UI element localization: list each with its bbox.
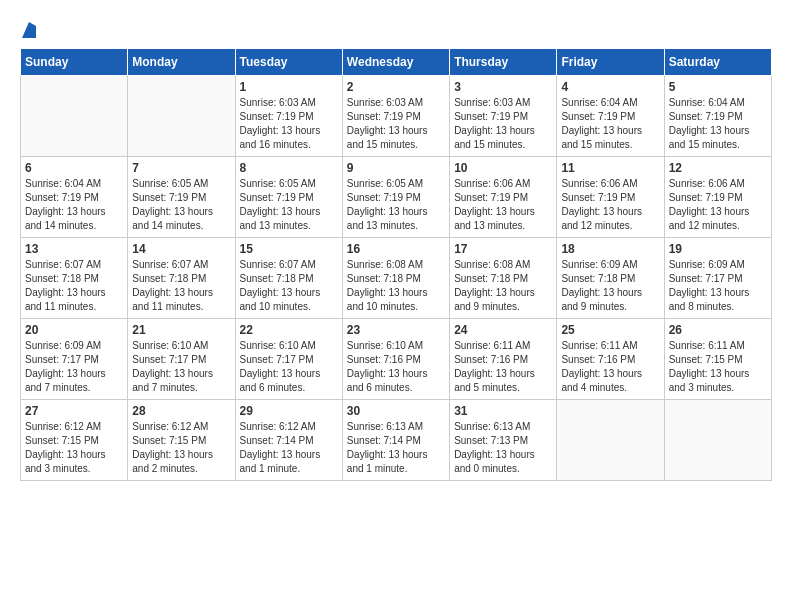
calendar-cell: 16Sunrise: 6:08 AM Sunset: 7:18 PM Dayli…: [342, 238, 449, 319]
day-number: 14: [132, 242, 230, 256]
calendar-cell: 15Sunrise: 6:07 AM Sunset: 7:18 PM Dayli…: [235, 238, 342, 319]
day-number: 27: [25, 404, 123, 418]
day-info: Sunrise: 6:07 AM Sunset: 7:18 PM Dayligh…: [25, 258, 123, 314]
day-info: Sunrise: 6:03 AM Sunset: 7:19 PM Dayligh…: [454, 96, 552, 152]
calendar-cell: 6Sunrise: 6:04 AM Sunset: 7:19 PM Daylig…: [21, 157, 128, 238]
calendar-cell: 26Sunrise: 6:11 AM Sunset: 7:15 PM Dayli…: [664, 319, 771, 400]
day-info: Sunrise: 6:10 AM Sunset: 7:16 PM Dayligh…: [347, 339, 445, 395]
day-info: Sunrise: 6:06 AM Sunset: 7:19 PM Dayligh…: [669, 177, 767, 233]
day-number: 21: [132, 323, 230, 337]
day-number: 22: [240, 323, 338, 337]
weekday-header-monday: Monday: [128, 49, 235, 76]
day-number: 16: [347, 242, 445, 256]
logo-arrow-icon: [22, 22, 36, 42]
day-info: Sunrise: 6:08 AM Sunset: 7:18 PM Dayligh…: [347, 258, 445, 314]
day-number: 1: [240, 80, 338, 94]
calendar-cell: 7Sunrise: 6:05 AM Sunset: 7:19 PM Daylig…: [128, 157, 235, 238]
weekday-header-sunday: Sunday: [21, 49, 128, 76]
day-number: 19: [669, 242, 767, 256]
calendar-cell: [664, 400, 771, 481]
calendar-cell: 14Sunrise: 6:07 AM Sunset: 7:18 PM Dayli…: [128, 238, 235, 319]
day-info: Sunrise: 6:05 AM Sunset: 7:19 PM Dayligh…: [132, 177, 230, 233]
weekday-header-thursday: Thursday: [450, 49, 557, 76]
day-info: Sunrise: 6:11 AM Sunset: 7:15 PM Dayligh…: [669, 339, 767, 395]
day-info: Sunrise: 6:05 AM Sunset: 7:19 PM Dayligh…: [240, 177, 338, 233]
day-info: Sunrise: 6:12 AM Sunset: 7:15 PM Dayligh…: [25, 420, 123, 476]
svg-marker-0: [22, 22, 36, 38]
calendar-cell: 19Sunrise: 6:09 AM Sunset: 7:17 PM Dayli…: [664, 238, 771, 319]
calendar-cell: 23Sunrise: 6:10 AM Sunset: 7:16 PM Dayli…: [342, 319, 449, 400]
day-number: 24: [454, 323, 552, 337]
calendar-cell: 4Sunrise: 6:04 AM Sunset: 7:19 PM Daylig…: [557, 76, 664, 157]
calendar-cell: 27Sunrise: 6:12 AM Sunset: 7:15 PM Dayli…: [21, 400, 128, 481]
calendar-cell: 1Sunrise: 6:03 AM Sunset: 7:19 PM Daylig…: [235, 76, 342, 157]
day-info: Sunrise: 6:07 AM Sunset: 7:18 PM Dayligh…: [240, 258, 338, 314]
day-number: 31: [454, 404, 552, 418]
calendar-cell: [21, 76, 128, 157]
day-info: Sunrise: 6:03 AM Sunset: 7:19 PM Dayligh…: [347, 96, 445, 152]
day-number: 3: [454, 80, 552, 94]
day-info: Sunrise: 6:09 AM Sunset: 7:18 PM Dayligh…: [561, 258, 659, 314]
calendar-cell: 13Sunrise: 6:07 AM Sunset: 7:18 PM Dayli…: [21, 238, 128, 319]
calendar-cell: [128, 76, 235, 157]
day-info: Sunrise: 6:06 AM Sunset: 7:19 PM Dayligh…: [454, 177, 552, 233]
day-number: 30: [347, 404, 445, 418]
day-info: Sunrise: 6:04 AM Sunset: 7:19 PM Dayligh…: [669, 96, 767, 152]
day-info: Sunrise: 6:06 AM Sunset: 7:19 PM Dayligh…: [561, 177, 659, 233]
day-info: Sunrise: 6:04 AM Sunset: 7:19 PM Dayligh…: [561, 96, 659, 152]
calendar-cell: 30Sunrise: 6:13 AM Sunset: 7:14 PM Dayli…: [342, 400, 449, 481]
calendar-cell: 25Sunrise: 6:11 AM Sunset: 7:16 PM Dayli…: [557, 319, 664, 400]
day-number: 10: [454, 161, 552, 175]
calendar-cell: 2Sunrise: 6:03 AM Sunset: 7:19 PM Daylig…: [342, 76, 449, 157]
calendar-cell: 11Sunrise: 6:06 AM Sunset: 7:19 PM Dayli…: [557, 157, 664, 238]
day-number: 9: [347, 161, 445, 175]
day-number: 8: [240, 161, 338, 175]
day-info: Sunrise: 6:05 AM Sunset: 7:19 PM Dayligh…: [347, 177, 445, 233]
calendar-cell: 17Sunrise: 6:08 AM Sunset: 7:18 PM Dayli…: [450, 238, 557, 319]
day-number: 6: [25, 161, 123, 175]
day-info: Sunrise: 6:10 AM Sunset: 7:17 PM Dayligh…: [132, 339, 230, 395]
calendar-cell: 10Sunrise: 6:06 AM Sunset: 7:19 PM Dayli…: [450, 157, 557, 238]
calendar-cell: 22Sunrise: 6:10 AM Sunset: 7:17 PM Dayli…: [235, 319, 342, 400]
day-info: Sunrise: 6:04 AM Sunset: 7:19 PM Dayligh…: [25, 177, 123, 233]
day-info: Sunrise: 6:11 AM Sunset: 7:16 PM Dayligh…: [454, 339, 552, 395]
calendar-cell: 20Sunrise: 6:09 AM Sunset: 7:17 PM Dayli…: [21, 319, 128, 400]
day-number: 11: [561, 161, 659, 175]
day-info: Sunrise: 6:11 AM Sunset: 7:16 PM Dayligh…: [561, 339, 659, 395]
calendar-cell: 29Sunrise: 6:12 AM Sunset: 7:14 PM Dayli…: [235, 400, 342, 481]
day-number: 29: [240, 404, 338, 418]
day-number: 13: [25, 242, 123, 256]
calendar-cell: 24Sunrise: 6:11 AM Sunset: 7:16 PM Dayli…: [450, 319, 557, 400]
calendar-cell: 9Sunrise: 6:05 AM Sunset: 7:19 PM Daylig…: [342, 157, 449, 238]
day-number: 2: [347, 80, 445, 94]
day-info: Sunrise: 6:12 AM Sunset: 7:14 PM Dayligh…: [240, 420, 338, 476]
day-number: 4: [561, 80, 659, 94]
day-number: 15: [240, 242, 338, 256]
day-number: 26: [669, 323, 767, 337]
day-number: 20: [25, 323, 123, 337]
day-info: Sunrise: 6:09 AM Sunset: 7:17 PM Dayligh…: [669, 258, 767, 314]
day-number: 28: [132, 404, 230, 418]
calendar-cell: [557, 400, 664, 481]
logo: [20, 20, 36, 38]
day-number: 17: [454, 242, 552, 256]
weekday-header-saturday: Saturday: [664, 49, 771, 76]
page-header: [20, 20, 772, 38]
day-info: Sunrise: 6:13 AM Sunset: 7:14 PM Dayligh…: [347, 420, 445, 476]
day-info: Sunrise: 6:07 AM Sunset: 7:18 PM Dayligh…: [132, 258, 230, 314]
weekday-header-tuesday: Tuesday: [235, 49, 342, 76]
day-number: 7: [132, 161, 230, 175]
day-info: Sunrise: 6:13 AM Sunset: 7:13 PM Dayligh…: [454, 420, 552, 476]
day-info: Sunrise: 6:09 AM Sunset: 7:17 PM Dayligh…: [25, 339, 123, 395]
day-number: 25: [561, 323, 659, 337]
day-number: 23: [347, 323, 445, 337]
weekday-header-friday: Friday: [557, 49, 664, 76]
day-number: 5: [669, 80, 767, 94]
weekday-header-wednesday: Wednesday: [342, 49, 449, 76]
calendar-cell: 12Sunrise: 6:06 AM Sunset: 7:19 PM Dayli…: [664, 157, 771, 238]
day-info: Sunrise: 6:03 AM Sunset: 7:19 PM Dayligh…: [240, 96, 338, 152]
calendar-cell: 18Sunrise: 6:09 AM Sunset: 7:18 PM Dayli…: [557, 238, 664, 319]
calendar-cell: 28Sunrise: 6:12 AM Sunset: 7:15 PM Dayli…: [128, 400, 235, 481]
calendar-cell: 3Sunrise: 6:03 AM Sunset: 7:19 PM Daylig…: [450, 76, 557, 157]
day-number: 18: [561, 242, 659, 256]
